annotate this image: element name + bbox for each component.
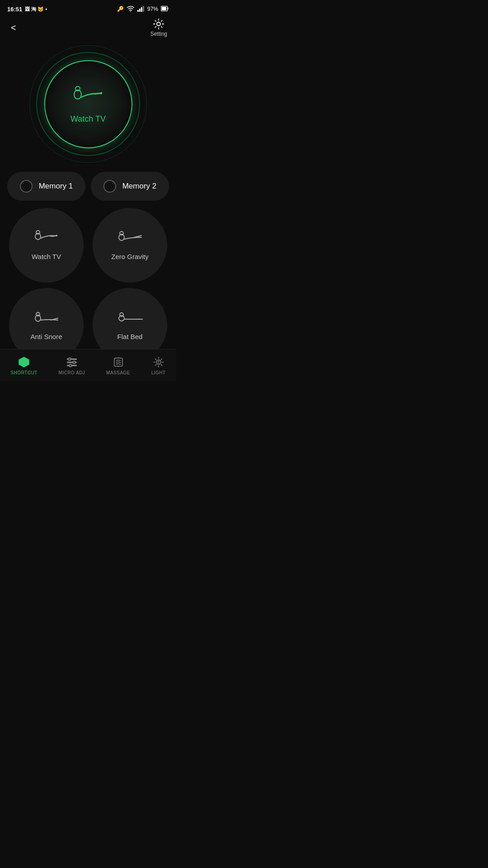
- bottom-nav: SHORTCUT MICRO ADJ: [0, 349, 176, 382]
- svg-rect-2: [139, 9, 141, 12]
- nav-light-label: LIGHT: [151, 370, 166, 375]
- preset-watch-tv-label: Watch TV: [32, 253, 61, 260]
- memory-2-indicator: [103, 180, 116, 193]
- memory-1-indicator: [20, 180, 33, 193]
- setting-button[interactable]: Setting: [150, 18, 167, 37]
- nav-light[interactable]: LIGHT: [144, 352, 173, 379]
- preset-grid: Watch TV Zero Gravity Anti Snore: [0, 208, 176, 363]
- svg-rect-6: [162, 7, 166, 10]
- gear-icon: [153, 18, 164, 30]
- preset-zero-gravity-label: Zero Gravity: [111, 253, 149, 260]
- status-right: 🔑 97%: [117, 5, 169, 13]
- back-button[interactable]: <: [9, 21, 18, 35]
- nav-massage-label: MASSAGE: [106, 370, 130, 375]
- preset-anti-snore-label: Anti Snore: [30, 333, 62, 340]
- svg-point-0: [130, 11, 131, 12]
- light-icon: [152, 356, 165, 368]
- setting-label: Setting: [150, 31, 167, 37]
- memory-1-label: Memory 1: [39, 182, 73, 191]
- memory-row: Memory 1 Memory 2: [0, 172, 176, 201]
- status-icons: 🖼 淘 🐱 •: [25, 6, 47, 13]
- battery-icon: [161, 6, 169, 13]
- main-circle-container: Watch TV: [0, 41, 176, 172]
- preset-zero-gravity[interactable]: Zero Gravity: [93, 208, 167, 283]
- nav-micro-adj-label: MICRO ADJ: [58, 370, 85, 375]
- svg-point-23: [73, 361, 75, 364]
- preset-watch-tv[interactable]: Watch TV: [9, 208, 84, 283]
- svg-rect-4: [143, 6, 144, 12]
- anti-snore-icon: [31, 310, 62, 326]
- memory-2-label: Memory 2: [122, 182, 157, 191]
- memory-2-button[interactable]: Memory 2: [91, 172, 169, 201]
- signal-icon: [137, 5, 145, 13]
- status-bar: 16:51 🖼 淘 🐱 • 🔑 97%: [0, 0, 176, 16]
- nav-micro-adj[interactable]: MICRO ADJ: [51, 352, 92, 379]
- outer-glow-ring: Watch TV: [29, 45, 147, 163]
- watch-tv-main-icon: [68, 85, 108, 109]
- status-left: 16:51 🖼 淘 🐱 •: [7, 6, 47, 13]
- key-icon: 🔑: [117, 6, 124, 12]
- battery: 97%: [147, 6, 158, 12]
- wifi-icon: [127, 5, 135, 13]
- svg-rect-1: [137, 10, 139, 12]
- main-circle-button[interactable]: Watch TV: [44, 60, 132, 148]
- header: < Setting: [0, 16, 176, 41]
- preset-flat-bed-label: Flat Bed: [117, 333, 143, 340]
- zero-gravity-icon: [114, 230, 146, 246]
- svg-rect-3: [141, 7, 142, 12]
- flat-bed-icon: [114, 310, 146, 326]
- svg-point-22: [68, 358, 71, 361]
- time: 16:51: [7, 6, 22, 13]
- micro-adj-icon: [66, 356, 78, 368]
- massage-icon: [112, 356, 125, 368]
- nav-massage[interactable]: MASSAGE: [99, 352, 137, 379]
- nav-shortcut[interactable]: SHORTCUT: [3, 352, 44, 379]
- shortcut-icon: [18, 356, 30, 368]
- nav-shortcut-label: SHORTCUT: [10, 370, 37, 375]
- main-circle-label: Watch TV: [70, 114, 106, 124]
- svg-point-7: [157, 22, 160, 26]
- svg-point-24: [69, 364, 72, 367]
- outer-ring: Watch TV: [36, 52, 140, 156]
- memory-1-button[interactable]: Memory 1: [7, 172, 85, 201]
- watch-tv-icon: [31, 230, 62, 246]
